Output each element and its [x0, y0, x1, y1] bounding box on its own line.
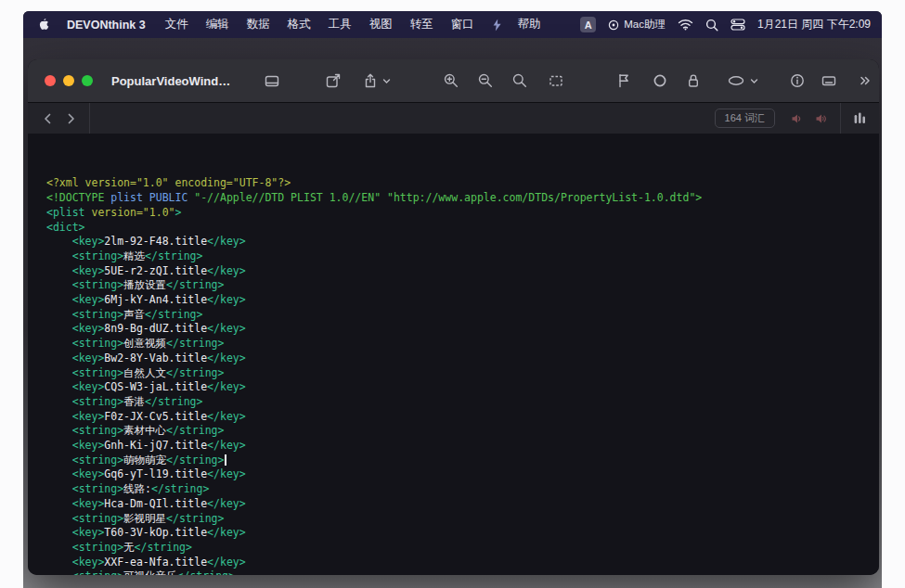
menu-item-go[interactable]: 转至 — [410, 17, 433, 32]
keyboard-icon[interactable] — [821, 72, 837, 89]
divider — [89, 103, 90, 134]
window-toolbar: PopularVideoWind… — [28, 59, 879, 103]
code-line: <key>Hca-Dm-QIl.title</key> — [46, 497, 879, 512]
code-line: <?xml version="1.0" encoding="UTF-8"?> — [46, 176, 879, 191]
flag-icon[interactable] — [615, 72, 632, 89]
menu-item-format[interactable]: 格式 — [288, 17, 311, 32]
zoom-out-icon[interactable] — [477, 72, 494, 89]
search-magnifier-icon[interactable] — [511, 72, 528, 89]
code-line: <key>6Mj-kY-An4.title</key> — [46, 293, 879, 308]
divider — [840, 103, 841, 134]
scripts-bolt-icon[interactable] — [492, 19, 502, 32]
code-line: <string>自然人文</string> — [46, 366, 879, 381]
toolbar-overflow-icon[interactable] — [856, 72, 873, 89]
code-line: <dict> — [46, 221, 879, 236]
menu-bar: DEVONthink 3 文件 编辑 数据 格式 工具 视图 转至 窗口 帮助 … — [23, 11, 882, 38]
code-line: <string>香港</string> — [46, 395, 879, 410]
target-circle-icon[interactable] — [652, 72, 668, 89]
chevron-down-icon — [382, 77, 391, 85]
zoom-button[interactable] — [82, 75, 93, 86]
code-line: <plist version="1.0"> — [46, 206, 879, 221]
lock-icon[interactable] — [685, 72, 702, 89]
speak-settings-icon[interactable] — [814, 112, 827, 125]
code-line: <key>Bw2-8Y-Vab.title</key> — [46, 352, 879, 366]
code-line: <key>F0z-JX-Cv5.title</key> — [46, 410, 879, 425]
code-line: <string>可视化音乐</string> — [46, 569, 879, 575]
concordance-columns-icon[interactable] — [852, 110, 868, 126]
code-line: <key>CQS-W3-jaL.title</key> — [46, 380, 879, 395]
devonthink-window: PopularVideoWind… — [28, 59, 879, 575]
code-line: <key>T60-3V-kOp.title</key> — [46, 526, 879, 541]
menu-bar-clock[interactable]: 1月21日 周四 下午2:09 — [757, 17, 871, 32]
menu-item-tools[interactable]: 工具 — [329, 17, 352, 32]
desktop: DEVONthink 3 文件 编辑 数据 格式 工具 视图 转至 窗口 帮助 … — [23, 11, 882, 588]
oval-icon — [727, 72, 746, 89]
code-line: <string>精选</string> — [46, 249, 879, 264]
word-count-badge: 164 词汇 — [715, 109, 775, 128]
apple-menu-icon[interactable] — [38, 18, 50, 32]
code-line: <key>8n9-Bg-dUZ.title</key> — [46, 322, 879, 337]
code-line: <string>素材中心</string> — [46, 424, 879, 439]
window-title: PopularVideoWind… — [111, 74, 230, 88]
code-area: <?xml version="1.0" encoding="UTF-8"?><!… — [46, 176, 879, 575]
highlight-tool-button[interactable] — [727, 72, 758, 89]
code-line: <string>创意视频</string> — [46, 337, 879, 352]
input-source-badge[interactable]: A — [580, 17, 596, 32]
menu-item-help[interactable]: 帮助 — [518, 17, 541, 32]
code-line: <key>XXF-ea-Nfa.title</key> — [46, 556, 879, 570]
wifi-icon[interactable] — [678, 19, 693, 31]
assistant-icon — [608, 19, 619, 31]
window-controls — [28, 75, 93, 86]
info-icon[interactable] — [789, 72, 806, 89]
open-externally-icon[interactable] — [325, 72, 342, 89]
assistant-menu-item[interactable]: Mac助理 — [608, 18, 666, 32]
close-button[interactable] — [45, 75, 56, 86]
menu-item-window[interactable]: 窗口 — [451, 17, 474, 32]
chevron-down-icon — [750, 77, 758, 85]
control-center-icon[interactable] — [730, 19, 745, 31]
text-cursor — [225, 454, 226, 466]
spotlight-search-icon[interactable] — [705, 19, 718, 32]
share-button[interactable] — [362, 72, 391, 89]
back-button[interactable] — [41, 111, 56, 126]
share-icon — [362, 72, 379, 89]
forward-button[interactable] — [63, 111, 78, 126]
code-line: <string>声音</string> — [46, 308, 879, 323]
code-line: <string>影视明星</string> — [46, 512, 879, 527]
code-line: <string>萌物萌宠</string> — [46, 454, 879, 468]
editor-bar: 164 词汇 — [28, 103, 879, 134]
code-line: <key>5UE-r2-zQI.title</key> — [46, 264, 879, 279]
selection-icon[interactable] — [548, 72, 564, 89]
code-line: <key>Gnh-Ki-jQ7.title</key> — [46, 439, 879, 454]
code-line: <string>无</string> — [46, 541, 879, 556]
panel-toggle-icon[interactable] — [264, 72, 280, 89]
code-line: <key>2lm-92-F48.title</key> — [46, 235, 879, 249]
minimize-button[interactable] — [63, 75, 74, 86]
app-menu[interactable]: DEVONthink 3 — [67, 19, 146, 32]
speak-icon[interactable] — [790, 112, 803, 125]
document-editor[interactable]: <?xml version="1.0" encoding="UTF-8"?><!… — [28, 134, 879, 575]
menu-item-data[interactable]: 数据 — [247, 17, 270, 32]
zoom-in-icon[interactable] — [443, 72, 459, 89]
code-line: <!DOCTYPE plist PUBLIC "-//Apple//DTD PL… — [46, 191, 879, 206]
assistant-label: Mac助理 — [624, 18, 666, 32]
menu-item-edit[interactable]: 编辑 — [206, 17, 229, 32]
code-line: <key>Gq6-yT-l19.title</key> — [46, 467, 879, 482]
menu-item-view[interactable]: 视图 — [369, 17, 393, 32]
code-line: <string>线路:</string> — [46, 482, 879, 497]
code-line: <string>播放设置</string> — [46, 278, 879, 293]
menu-item-file[interactable]: 文件 — [165, 17, 188, 32]
